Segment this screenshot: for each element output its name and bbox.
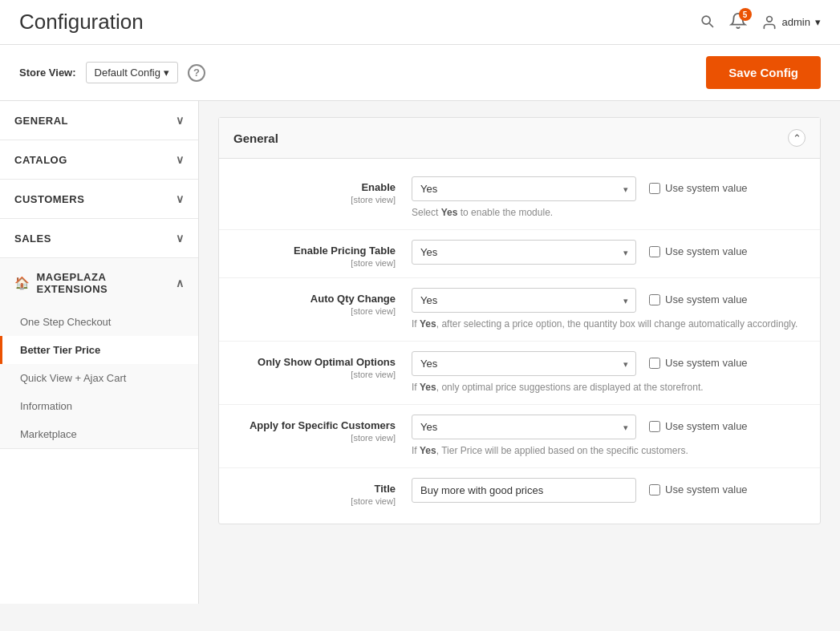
apply-for-specific-customers-select[interactable]: Yes No — [412, 415, 636, 439]
notification-badge: 5 — [739, 8, 752, 21]
sidebar-section-customers: CUSTOMERS ∨ — [0, 180, 198, 219]
mageplaza-chevron-icon: ∧ — [176, 277, 185, 289]
sidebar-item-sales[interactable]: SALES ∨ — [0, 219, 198, 257]
enable-pricing-table-system-value[interactable]: Use system value — [649, 240, 748, 257]
only-show-optimal-options-checkbox-label: Use system value — [665, 357, 748, 369]
enable-hint: Select Yes to enable the module. — [412, 205, 804, 220]
sidebar-section-general: GENERAL ∨ — [0, 101, 198, 140]
sidebar-sub-menu: One Step Checkout Better Tier Price Quic… — [0, 308, 198, 448]
general-section-card: General ⌃ Enable [store view] — [218, 117, 821, 524]
search-icon[interactable] — [699, 13, 715, 31]
apply-for-specific-customers-row: Apply for Specific Customers [store view… — [219, 405, 820, 468]
sidebar-sales-label: SALES — [14, 233, 51, 245]
enable-sublabel: [store view] — [235, 195, 396, 204]
enable-system-value[interactable]: Use system value — [649, 176, 748, 194]
title-input[interactable] — [412, 478, 636, 503]
only-show-optimal-options-label: Only Show Optimal Options — [258, 356, 396, 368]
store-view-wrap: Store View: Default Config ▾ ? — [19, 62, 205, 83]
auto-qty-change-system-value[interactable]: Use system value — [649, 288, 748, 305]
sidebar-catalog-label: CATALOG — [14, 154, 67, 166]
admin-label: admin — [782, 16, 810, 28]
apply-for-specific-customers-hint: If Yes, Tier Price will be applied based… — [412, 443, 804, 458]
title-system-value[interactable]: Use system value — [649, 478, 748, 495]
sales-chevron-icon: ∨ — [176, 232, 185, 245]
catalog-chevron-icon: ∨ — [176, 153, 185, 166]
auto-qty-change-label: Auto Qty Change — [310, 293, 396, 305]
title-checkbox[interactable] — [649, 484, 660, 495]
sidebar-mageplaza-label: MAGEPLAZA EXTENSIONS — [37, 271, 176, 295]
collapse-button[interactable]: ⌃ — [788, 129, 806, 147]
auto-qty-change-sublabel: [store view] — [235, 306, 396, 316]
main-layout: GENERAL ∨ CATALOG ∨ CUSTOMERS ∨ SALES ∨ — [0, 101, 840, 604]
store-view-label: Store View: — [19, 67, 76, 79]
admin-chevron-icon: ▾ — [815, 16, 821, 28]
title-label: Title — [375, 483, 396, 495]
only-show-optimal-options-checkbox[interactable] — [649, 358, 660, 369]
enable-pricing-table-checkbox-label: Use system value — [665, 245, 748, 257]
enable-pricing-table-label: Enable Pricing Table — [294, 245, 396, 257]
enable-checkbox-label: Use system value — [665, 182, 748, 194]
sidebar-item-better-tier-price[interactable]: Better Tier Price — [0, 336, 198, 364]
sidebar: GENERAL ∨ CATALOG ∨ CUSTOMERS ∨ SALES ∨ — [0, 101, 199, 604]
sidebar-item-one-step-checkout[interactable]: One Step Checkout — [0, 308, 198, 336]
title-checkbox-label: Use system value — [665, 483, 748, 495]
enable-pricing-table-checkbox[interactable] — [649, 246, 660, 257]
page-title: Configuration — [19, 10, 144, 34]
title-row: Title [store view] Use system value — [219, 468, 820, 516]
enable-checkbox[interactable] — [649, 183, 660, 194]
apply-for-specific-customers-checkbox[interactable] — [649, 421, 660, 432]
store-view-value: Default Config — [95, 67, 160, 79]
admin-menu[interactable]: admin ▾ — [761, 14, 821, 30]
sidebar-item-customers[interactable]: CUSTOMERS ∨ — [0, 180, 198, 218]
apply-for-specific-customers-label: Apply for Specific Customers — [250, 419, 396, 431]
sidebar-item-marketplace[interactable]: Marketplace — [0, 420, 198, 448]
only-show-optimal-options-select[interactable]: Yes No — [412, 351, 636, 376]
general-section-title: General — [233, 131, 278, 145]
auto-qty-change-hint: If Yes, after selecting a price option, … — [412, 317, 804, 331]
auto-qty-change-row: Auto Qty Change [store view] Yes No ▾ — [219, 278, 820, 342]
store-view-chevron-icon: ▾ — [164, 67, 169, 79]
enable-pricing-table-sublabel: [store view] — [235, 258, 396, 268]
topbar-right: 5 admin ▾ — [699, 12, 821, 32]
title-sublabel: [store view] — [235, 496, 396, 506]
enable-select[interactable]: Yes No — [412, 176, 636, 201]
sidebar-item-catalog[interactable]: CATALOG ∨ — [0, 140, 198, 179]
help-icon[interactable]: ? — [188, 64, 205, 82]
sidebar-section-catalog: CATALOG ∨ — [0, 140, 198, 180]
save-config-button[interactable]: Save Config — [706, 56, 821, 89]
apply-for-specific-customers-sublabel: [store view] — [235, 433, 396, 443]
sidebar-section-sales: SALES ∨ — [0, 219, 198, 258]
sidebar-item-information[interactable]: Information — [0, 392, 198, 420]
general-section-body: Enable [store view] Yes No ▾ — [219, 159, 820, 524]
general-chevron-icon: ∨ — [176, 114, 185, 127]
auto-qty-change-checkbox-label: Use system value — [665, 293, 748, 305]
sidebar-item-quick-view-ajax-cart[interactable]: Quick View + Ajax Cart — [0, 364, 198, 392]
collapse-icon: ⌃ — [793, 132, 801, 144]
topbar: Configuration 5 admin ▾ — [0, 0, 840, 45]
only-show-optimal-options-sublabel: [store view] — [235, 370, 396, 379]
only-show-optimal-options-system-value[interactable]: Use system value — [649, 351, 748, 369]
content-area: General ⌃ Enable [store view] — [199, 101, 840, 604]
general-section-header: General ⌃ — [219, 118, 820, 159]
sidebar-general-label: GENERAL — [14, 115, 68, 127]
sidebar-item-general[interactable]: GENERAL ∨ — [0, 101, 198, 140]
enable-label: Enable — [361, 181, 396, 193]
store-view-select[interactable]: Default Config ▾ — [86, 62, 178, 83]
apply-for-specific-customers-system-value[interactable]: Use system value — [649, 415, 748, 432]
config-bar: Store View: Default Config ▾ ? Save Conf… — [0, 45, 840, 101]
enable-row: Enable [store view] Yes No ▾ — [219, 167, 820, 230]
sidebar-item-mageplaza[interactable]: 🏠 MAGEPLAZA EXTENSIONS ∧ — [0, 258, 198, 308]
only-show-optimal-options-hint: If Yes, only optimal price suggestions a… — [412, 380, 804, 394]
notification-bell[interactable]: 5 — [729, 12, 747, 32]
home-icon: 🏠 — [14, 276, 30, 290]
enable-pricing-table-row: Enable Pricing Table [store view] Yes No… — [219, 230, 820, 278]
auto-qty-change-checkbox[interactable] — [649, 294, 660, 305]
sidebar-section-mageplaza: 🏠 MAGEPLAZA EXTENSIONS ∧ One Step Checko… — [0, 258, 198, 449]
customers-chevron-icon: ∨ — [176, 192, 185, 205]
enable-pricing-table-select[interactable]: Yes No — [412, 240, 636, 265]
only-show-optimal-options-row: Only Show Optimal Options [store view] Y… — [219, 342, 820, 405]
auto-qty-change-select[interactable]: Yes No — [412, 288, 636, 313]
apply-for-specific-customers-checkbox-label: Use system value — [665, 420, 748, 432]
sidebar-customers-label: CUSTOMERS — [14, 193, 84, 205]
